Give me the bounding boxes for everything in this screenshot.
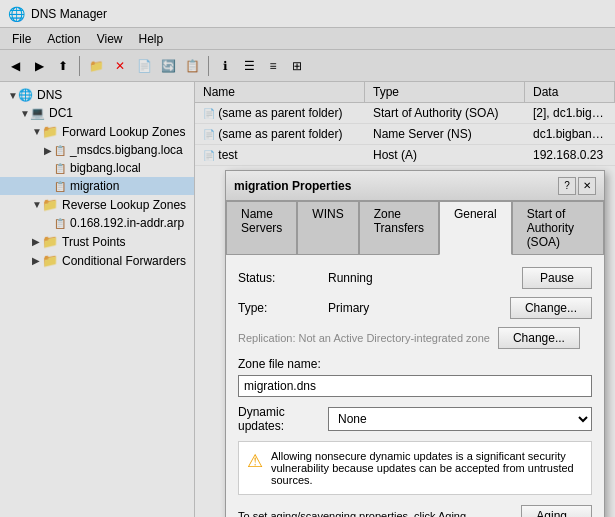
- dialog-close-button[interactable]: ✕: [578, 177, 596, 195]
- aging-button[interactable]: Aging...: [521, 505, 592, 517]
- tab-zone-transfers[interactable]: Zone Transfers: [359, 201, 439, 255]
- type-value-row: Primary Change...: [328, 297, 592, 319]
- dialog-controls: ? ✕: [558, 177, 596, 195]
- warning-icon: ⚠: [247, 450, 263, 472]
- status-value-row: Running Pause: [328, 267, 592, 289]
- tab-soa[interactable]: Start of Authority (SOA): [512, 201, 604, 255]
- zone-file-label: Zone file name:: [238, 357, 592, 371]
- dynamic-updates-row: Dynamic updates: None Secure only Nonsec…: [238, 405, 592, 433]
- dynamic-updates-label: Dynamic updates:: [238, 405, 328, 433]
- change-replication-button[interactable]: Change...: [498, 327, 580, 349]
- dialog-help-button[interactable]: ?: [558, 177, 576, 195]
- tab-wins[interactable]: WINS: [297, 201, 358, 255]
- migration-properties-dialog: migration Properties ? ✕ Name Servers WI…: [225, 170, 605, 517]
- replication-note: Replication: Not an Active Directory-int…: [238, 332, 490, 344]
- dialog-title: migration Properties: [234, 179, 351, 193]
- zone-file-input[interactable]: [238, 375, 592, 397]
- dynamic-updates-select[interactable]: None Secure only Nonsecure and secure: [328, 407, 592, 431]
- zone-file-section: Zone file name:: [238, 357, 592, 397]
- type-value: Primary: [328, 301, 502, 315]
- replication-row: Replication: Not an Active Directory-int…: [238, 327, 592, 349]
- warning-box: ⚠ Allowing nonsecure dynamic updates is …: [238, 441, 592, 495]
- tab-general[interactable]: General: [439, 201, 512, 255]
- type-row: Type: Primary Change...: [238, 297, 592, 319]
- dialog-overlay: migration Properties ? ✕ Name Servers WI…: [0, 0, 615, 517]
- status-row: Status: Running Pause: [238, 267, 592, 289]
- status-label: Status:: [238, 271, 328, 285]
- change-type-button[interactable]: Change...: [510, 297, 592, 319]
- warning-text: Allowing nonsecure dynamic updates is a …: [271, 450, 583, 486]
- aging-note: To set aging/scavenging properties, clic…: [238, 510, 469, 517]
- dialog-footer: To set aging/scavenging properties, clic…: [238, 505, 592, 517]
- status-value: Running: [328, 271, 514, 285]
- tab-name-servers[interactable]: Name Servers: [226, 201, 297, 255]
- type-label: Type:: [238, 301, 328, 315]
- pause-button[interactable]: Pause: [522, 267, 592, 289]
- dialog-tabs: Name Servers WINS Zone Transfers General…: [226, 201, 604, 255]
- dialog-title-bar: migration Properties ? ✕: [226, 171, 604, 201]
- dialog-content: Status: Running Pause Type: Primary Chan…: [226, 255, 604, 517]
